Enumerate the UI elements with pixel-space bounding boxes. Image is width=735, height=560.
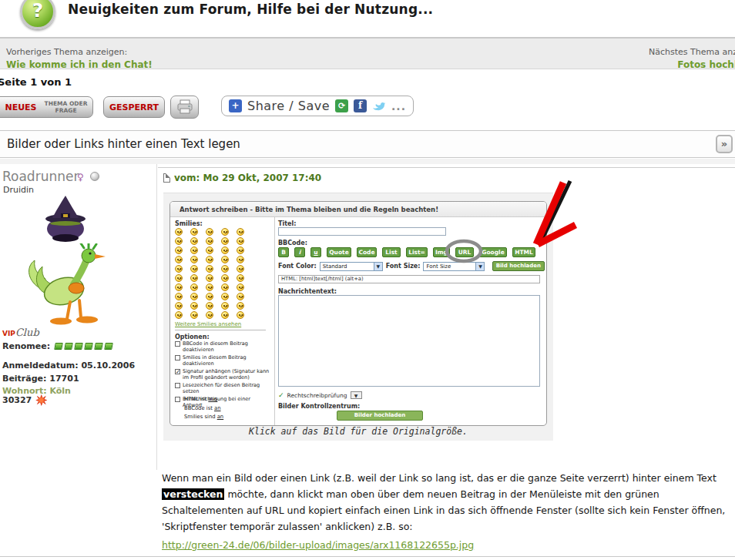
smiley-icon[interactable] (237, 236, 252, 246)
renomee-bar-icon (54, 343, 63, 350)
bild-hochladen-button[interactable]: Bild hochladen (492, 261, 545, 271)
smiley-icon[interactable] (221, 292, 237, 301)
smiley-icon[interactable] (190, 283, 206, 292)
editor-option[interactable]: Signatur anhängen (Signatur kann im Prof… (175, 368, 270, 381)
editor-screenshot-image[interactable]: Antwort schreiben - Bitte im Thema bleib… (169, 201, 547, 426)
smiley-icon[interactable] (221, 273, 237, 283)
smiley-icon[interactable] (206, 236, 221, 246)
smiley-icon[interactable] (190, 310, 206, 320)
bbcode-button[interactable]: List= (406, 247, 428, 257)
smiley-icon[interactable] (221, 264, 237, 273)
smiley-icon[interactable] (221, 246, 237, 255)
smiley-icon[interactable] (175, 255, 190, 264)
smiley-icon[interactable] (237, 301, 252, 310)
bbcode-button[interactable]: List (382, 247, 401, 257)
share-save-widget[interactable]: + Share / Save ⟳ f ... (221, 96, 414, 116)
bbcode-button[interactable]: Google (479, 247, 507, 257)
editor-option[interactable]: Smilies in diesem Beitrag deaktivieren (175, 354, 270, 367)
smiley-icon[interactable] (175, 301, 190, 310)
checkbox-icon[interactable] (175, 341, 180, 347)
user-rank: Druidin (3, 185, 34, 195)
smiley-icon[interactable] (206, 292, 221, 301)
smiley-icon[interactable] (237, 227, 252, 236)
smiley-icon[interactable] (175, 236, 190, 246)
prev-topic-link[interactable]: Wie komme ich in den Chat! (6, 59, 153, 69)
bbcode-button[interactable]: Quote (327, 247, 351, 257)
smiley-icon[interactable] (175, 283, 190, 292)
bbcode-button[interactable]: B (278, 247, 289, 257)
bbcode-button[interactable]: HTML (512, 247, 535, 257)
smiley-icon[interactable] (221, 255, 237, 264)
titel-input[interactable] (278, 227, 446, 236)
bbcode-button[interactable]: Img (433, 247, 450, 257)
editor-option[interactable]: Lesezeichen für diesen Beitrag setzen (175, 382, 270, 394)
smiley-icon[interactable] (206, 310, 221, 320)
smiley-icon[interactable] (206, 264, 221, 273)
smiley-icon[interactable] (206, 283, 221, 292)
smiley-icon[interactable] (175, 292, 190, 301)
twitter-bird-icon[interactable] (372, 101, 386, 112)
next-topic-link[interactable]: Fotos hochl (649, 59, 735, 69)
share-green-icon[interactable]: ⟳ (335, 99, 348, 112)
facebook-icon[interactable]: f (354, 99, 367, 112)
message-textarea[interactable] (278, 295, 540, 387)
share-more-label[interactable]: ... (391, 100, 406, 112)
smiley-icon[interactable] (206, 227, 221, 236)
username[interactable]: Roadrunner (2, 169, 79, 184)
smiley-icon[interactable] (221, 301, 237, 310)
smiley-icon[interactable] (237, 273, 252, 283)
smiley-icon[interactable] (190, 246, 206, 255)
smiley-icon[interactable] (190, 255, 206, 264)
smiley-icon[interactable] (237, 292, 252, 301)
smiley-icon[interactable] (175, 264, 190, 273)
checkbox-icon[interactable] (175, 355, 180, 360)
bbcode-button[interactable]: i (294, 247, 305, 257)
smiley-icon[interactable] (221, 227, 237, 236)
smiley-icon[interactable] (206, 255, 221, 264)
smiley-icon[interactable] (237, 246, 252, 255)
more-smilies-link[interactable]: Weitere Smilies ansehen (175, 321, 241, 327)
image-url-link[interactable]: http://green-24.de/06/bilder-upload/imag… (162, 539, 474, 551)
smiley-icon[interactable] (190, 301, 206, 310)
bilder-hochladen-button[interactable]: Bilder hochladen (337, 411, 423, 421)
html-hint-field[interactable]: HTML: [html]text[/html] (alt+a) (278, 275, 540, 283)
smiley-icon[interactable] (190, 273, 206, 283)
bbcode-button[interactable]: Code (357, 247, 377, 257)
smiley-icon[interactable] (237, 310, 252, 320)
smiley-icon[interactable] (221, 283, 237, 292)
smiley-icon[interactable] (175, 246, 190, 255)
bbcode-button[interactable]: u (310, 247, 321, 257)
smiley-icon[interactable] (237, 264, 252, 273)
smiley-icon[interactable] (175, 227, 190, 236)
post-count: Beiträge: 17701 (2, 374, 79, 384)
spellcheck-dropdown-button[interactable]: ▼ (351, 391, 362, 399)
font-size-select[interactable]: Font Size (423, 262, 485, 271)
checkbox-icon[interactable] (175, 383, 180, 388)
checkbox-icon[interactable] (175, 397, 180, 402)
print-button[interactable] (170, 96, 199, 119)
smiley-icon[interactable] (206, 273, 221, 283)
smiley-icon[interactable] (190, 227, 206, 236)
new-topic-button[interactable]: NEUES THEMA ODER FRAGE (0, 96, 93, 118)
bbcode-button[interactable]: URL (455, 247, 474, 257)
locked-button[interactable]: GESPERRT (103, 96, 165, 118)
smiley-icon[interactable] (237, 283, 252, 292)
bbcode-button-row: BiuQuoteCodeListList=ImgURLGoogleHTML (278, 247, 545, 257)
share-plus-icon[interactable]: + (229, 99, 242, 112)
smiley-icon[interactable] (221, 236, 237, 246)
font-color-select[interactable]: Standard (320, 262, 383, 271)
jump-to-bottom-button[interactable]: » (716, 135, 733, 153)
message-label: Nachrichtentext: (278, 288, 337, 295)
smiley-icon[interactable] (175, 310, 190, 320)
post-top-border (158, 167, 735, 168)
smiley-icon[interactable] (190, 236, 206, 246)
smiley-icon[interactable] (206, 301, 221, 310)
smiley-icon[interactable] (175, 273, 190, 283)
smiley-icon[interactable] (221, 310, 237, 320)
smiley-icon[interactable] (237, 255, 252, 264)
editor-option[interactable]: BBCode in diesem Beitrag deaktivieren (175, 340, 270, 353)
smiley-icon[interactable] (190, 292, 206, 301)
checkbox-icon[interactable] (175, 369, 180, 374)
smiley-icon[interactable] (206, 246, 221, 255)
smiley-icon[interactable] (190, 264, 206, 273)
